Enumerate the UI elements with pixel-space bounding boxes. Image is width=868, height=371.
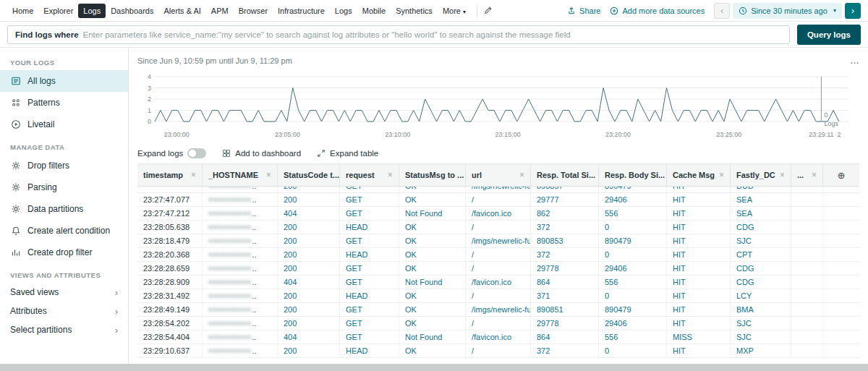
column-header-more[interactable]: ...× xyxy=(791,164,823,186)
sidebar-item-saved-views[interactable]: Saved views› xyxy=(0,283,128,302)
column-header-fastly-dc[interactable]: Fastly_DC× xyxy=(731,164,791,186)
cell-filler xyxy=(823,221,859,234)
nav-item-logs[interactable]: Logs xyxy=(78,4,106,18)
nav-item-logs[interactable]: Logs xyxy=(330,4,357,18)
column-header-resp-body-si[interactable]: Resp. Body Si...× xyxy=(599,164,667,186)
nav-item-synthetics[interactable]: Synthetics xyxy=(391,4,438,18)
edit-pencil-icon[interactable] xyxy=(483,6,493,15)
cell-hostname: ●●●●●●●●●●.. xyxy=(203,193,278,206)
add-to-dashboard-button[interactable]: Add to dashboard xyxy=(222,149,301,158)
query-logs-button[interactable]: Query logs xyxy=(797,25,861,45)
redacted-hostname: ●●●●●●●●●● xyxy=(208,237,251,244)
find-logs-where-label: Find logs where xyxy=(15,30,79,39)
log-volume-chart[interactable]: 0123423:00:0023:05:0023:10:0023:15:0023:… xyxy=(137,69,851,140)
cell-resp-total: 864 xyxy=(531,276,599,289)
svg-text:0: 0 xyxy=(824,111,827,119)
redacted-hostname: ●●●●●●●●●● xyxy=(208,306,251,313)
sidebar-item-create-alert-condition[interactable]: Create alert condition xyxy=(0,220,128,242)
nav-item-home[interactable]: Home xyxy=(7,4,38,18)
add-data-sources-button[interactable]: Add more data sources xyxy=(610,7,705,15)
sidebar-item-parsing[interactable]: Parsing xyxy=(0,176,128,198)
table-row[interactable]: 23:27:47.077●●●●●●●●●●..200GETOK/2977729… xyxy=(137,193,859,207)
column-header-hostname[interactable]: _HOSTNAME× xyxy=(203,164,278,186)
cell-statuscode: 200 xyxy=(278,234,340,247)
sidebar-item-drop-filters[interactable]: Drop filters xyxy=(0,155,128,176)
sidebar-item-create-drop-filter[interactable]: Create drop filter xyxy=(0,242,128,263)
table-row[interactable]: 23:28:05.638●●●●●●●●●●..200HEADOK/3720HI… xyxy=(137,221,859,234)
column-header-resp-total-si[interactable]: Resp. Total Si...× xyxy=(531,164,599,186)
top-navigation: HomeExplorerLogsDashboardsAlerts & AIAPM… xyxy=(0,0,868,22)
table-row[interactable]: 23:28:54.202●●●●●●●●●●..200GETOK/2977829… xyxy=(137,317,859,331)
table-row[interactable]: 23:28:49.149●●●●●●●●●●..200GETOK/imgs/ne… xyxy=(137,303,859,317)
redacted-hostname: ●●●●●●●●●● xyxy=(208,265,251,272)
cell-cache: HIT xyxy=(667,207,731,220)
table-row[interactable]: 23:28:20.368●●●●●●●●●●..200HEADOK/3720HI… xyxy=(137,248,859,262)
cell-hostname: ●●●●●●●●●●.. xyxy=(203,317,278,330)
remove-column-icon[interactable]: × xyxy=(777,170,785,180)
table-row[interactable]: 23:28:28.909●●●●●●●●●●..404GETNot Found/… xyxy=(137,276,859,289)
nav-item-mobile[interactable]: Mobile xyxy=(357,4,391,18)
svg-text:23:20:00: 23:20:00 xyxy=(605,131,631,138)
remove-column-icon[interactable]: × xyxy=(716,170,724,180)
chart-more-menu-icon[interactable]: ... xyxy=(851,56,859,65)
nav-item-more[interactable]: More▾ xyxy=(438,4,471,18)
table-row[interactable]: 23:28:28.659●●●●●●●●●●..200GETOK/2977829… xyxy=(137,262,859,276)
nav-item-dashboards[interactable]: Dashboards xyxy=(106,4,158,18)
sidebar-item-attributes[interactable]: Attributes› xyxy=(0,302,128,320)
cell-hostname: ●●●●●●●●●●.. xyxy=(203,262,278,275)
time-picker: ‹ Since 30 minutes ago ▾ › xyxy=(714,3,861,19)
table-row[interactable]: 23:27:47.212●●●●●●●●●●..404GETNot Found/… xyxy=(137,207,859,221)
nav-item-browser[interactable]: Browser xyxy=(234,4,273,18)
column-header-request[interactable]: request× xyxy=(340,164,399,186)
remove-column-icon[interactable]: × xyxy=(385,170,393,180)
add-column-button[interactable]: ⊕ xyxy=(823,164,859,186)
remove-column-icon[interactable]: × xyxy=(516,170,524,180)
cell-statuscode: 200 xyxy=(278,187,340,192)
table-row[interactable]: 23:29:10.637●●●●●●●●●●..200HEADOK/3720HI… xyxy=(137,344,859,358)
svg-text:1: 1 xyxy=(148,107,151,114)
sidebar-item-data-partitions[interactable]: Data partitions xyxy=(0,198,128,220)
expand-table-button[interactable]: Expand table xyxy=(317,149,378,158)
column-header-statusmsg-to[interactable]: StatusMsg to ...× xyxy=(399,164,466,186)
search-box[interactable]: Find logs where xyxy=(7,25,790,44)
remove-column-icon[interactable]: × xyxy=(809,170,817,180)
cell-fastly-dc: BMA xyxy=(731,303,791,316)
time-forward-button[interactable]: › xyxy=(845,3,861,19)
time-back-button[interactable]: ‹ xyxy=(714,3,730,19)
column-header-url[interactable]: url× xyxy=(466,164,531,186)
cell-resp-body: 0 xyxy=(599,344,667,357)
share-button[interactable]: Share xyxy=(567,7,600,15)
cell-cache: HIT xyxy=(667,248,731,261)
redacted-hostname: ●●●●●●●●●● xyxy=(208,187,251,189)
column-header-timestamp[interactable]: timestamp× xyxy=(137,164,203,186)
sidebar-item-all-logs[interactable]: All logs xyxy=(0,70,128,92)
column-header-statuscode-t[interactable]: StatusCode t...× xyxy=(278,164,340,186)
nav-item-explorer[interactable]: Explorer xyxy=(38,4,78,18)
table-row[interactable]: 23:28:31.492●●●●●●●●●●..200HEADOK/3710HI… xyxy=(137,289,859,303)
sidebar-item-patterns[interactable]: Patterns xyxy=(0,92,128,114)
cell-resp-total: 890857 xyxy=(531,187,599,192)
time-range-text: Since Jun 9, 10:59 pm until Jun 9, 11:29… xyxy=(137,56,292,65)
log-table-body[interactable]: ●●●●●●●●●●..200GETOK/imgs/newrelic-futu.… xyxy=(137,187,859,364)
table-row[interactable]: ●●●●●●●●●●..200GETOK/imgs/newrelic-futu.… xyxy=(137,187,859,193)
table-row[interactable]: 23:28:18.479●●●●●●●●●●..200GETOK/imgs/ne… xyxy=(137,234,859,248)
nav-item-alerts-ai[interactable]: Alerts & AI xyxy=(159,4,206,18)
log-query-input[interactable] xyxy=(83,30,782,39)
time-range-button[interactable]: Since 30 minutes ago ▾ xyxy=(733,3,842,19)
table-row[interactable]: 23:28:54.404●●●●●●●●●●..404GETNot Found/… xyxy=(137,331,859,344)
bottom-scrollbar-band[interactable] xyxy=(0,364,868,371)
cell-resp-body: 556 xyxy=(599,276,667,289)
nav-item-apm[interactable]: APM xyxy=(206,4,234,18)
sidebar-item-label: Livetail xyxy=(27,119,54,129)
nav-item-infrastructure[interactable]: Infrastructure xyxy=(273,4,330,18)
column-header-cache-msg[interactable]: Cache Msg× xyxy=(667,164,731,186)
toggle-switch[interactable] xyxy=(187,148,206,158)
sidebar-item-livetail[interactable]: Livetail xyxy=(0,114,128,135)
remove-column-icon[interactable]: × xyxy=(188,170,196,180)
sidebar-item-select-partitions[interactable]: Select partitions› xyxy=(0,320,128,339)
expand-logs-toggle[interactable]: Expand logs xyxy=(137,148,206,158)
sidebar-item-label: Parsing xyxy=(27,182,57,192)
remove-column-icon[interactable]: × xyxy=(263,170,271,180)
sidebar-item-label: Select partitions xyxy=(10,325,72,335)
cell-request: GET xyxy=(340,303,399,316)
